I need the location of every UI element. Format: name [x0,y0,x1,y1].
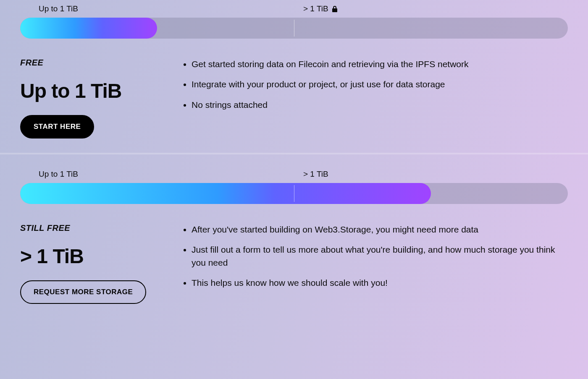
tier-summary: STILL FREE > 1 TiB REQUEST MORE STORAGE [20,223,163,304]
storage-bar-labels: Up to 1 TiB > 1 TiB [39,170,568,179]
bar-label-over-1tib: > 1 TiB [303,170,328,179]
feature-list: After you've started building on Web3.St… [180,223,568,290]
tier-badge: FREE [20,58,163,68]
storage-progress-fill [20,18,157,39]
bar-label-upto-1tib: Up to 1 TiB [39,4,303,13]
feature-list: Get started storing data on Filecoin and… [180,58,568,111]
tier-still-free: Up to 1 TiB > 1 TiB STILL FREE > 1 TiB R… [0,153,588,318]
bar-label-over-1tib: > 1 TiB [303,4,338,13]
storage-progress-divider [294,20,294,37]
tier-content: FREE Up to 1 TiB START HERE Get started … [20,58,568,139]
tier-heading: > 1 TiB [20,245,163,268]
bar-label-over-1tib-text: > 1 TiB [303,4,328,13]
feature-item: This helps us know how we should scale w… [192,277,568,289]
tier-summary: FREE Up to 1 TiB START HERE [20,58,163,139]
storage-progress-bar [20,18,568,39]
storage-progress-bar [20,183,568,204]
tier-features: Get started storing data on Filecoin and… [180,58,568,139]
feature-item: Just fill out a form to tell us more abo… [192,243,568,269]
request-more-storage-button[interactable]: REQUEST MORE STORAGE [20,280,146,304]
feature-item: After you've started building on Web3.St… [192,223,568,236]
tier-free: Up to 1 TiB > 1 TiB FREE Up to 1 TiB STA… [0,0,588,153]
feature-item: No strings attached [192,99,568,111]
start-here-button[interactable]: START HERE [20,115,94,139]
storage-progress-divider [294,185,294,202]
feature-item: Integrate with your product or project, … [192,78,568,91]
tier-features: After you've started building on Web3.St… [180,223,568,304]
tier-content: STILL FREE > 1 TiB REQUEST MORE STORAGE … [20,223,568,304]
feature-item: Get started storing data on Filecoin and… [192,58,568,71]
storage-progress-fill [20,183,431,204]
tier-badge: STILL FREE [20,223,163,233]
bar-label-over-1tib-text: > 1 TiB [303,170,328,179]
lock-icon [332,5,338,12]
storage-bar-labels: Up to 1 TiB > 1 TiB [39,4,568,13]
bar-label-upto-1tib: Up to 1 TiB [39,170,303,179]
tier-heading: Up to 1 TiB [20,79,163,102]
